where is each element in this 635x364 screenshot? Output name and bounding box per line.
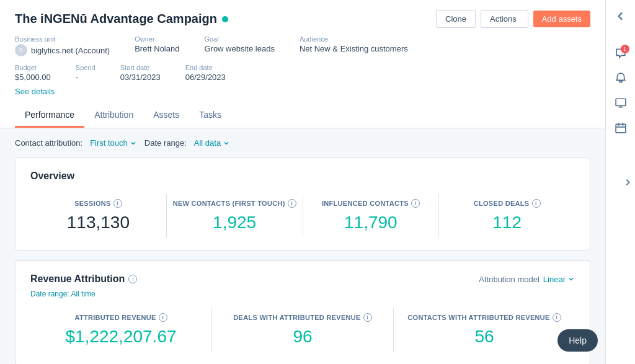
overview-card: Overview SESSIONS i 113,130 NEW CONTACTS… [15, 158, 590, 251]
deals-attributed-label: DEALS WITH ATTRIBUTED REVENUE i [212, 313, 393, 322]
contact-attribution-value: First touch [90, 138, 128, 148]
closed-deals-label: CLOSED DEALS i [439, 199, 575, 208]
tab-tasks[interactable]: Tasks [189, 104, 231, 128]
goal-label: Goal [204, 35, 274, 43]
content-area: Contact attribution: First touch Date ra… [0, 128, 605, 364]
contacts-attributed-label: CONTACTS WITH ATTRIBUTED REVENUE i [394, 313, 575, 322]
contact-attribution-dropdown[interactable]: First touch [90, 138, 137, 148]
contacts-attributed-value: 56 [394, 327, 575, 347]
tab-attribution[interactable]: Attribution [84, 104, 143, 128]
help-button[interactable]: Help [557, 329, 598, 352]
revenue-stats-row: ATTRIBUTED REVENUE i $1,222,207.67 DEALS… [30, 308, 575, 352]
start-date-label: Start date [120, 64, 161, 71]
audience-label: Audience [300, 35, 408, 43]
closed-deals-value: 112 [439, 213, 575, 233]
clone-button[interactable]: Clone [436, 10, 476, 28]
budget-value: $5,000.00 [15, 73, 51, 82]
campaign-title: The iNGENū Advantage Campaign [15, 12, 228, 26]
sessions-value: 113,130 [30, 213, 166, 233]
revenue-title-row: Revenue Attribution i [30, 273, 137, 285]
date-range-value: All data [194, 138, 221, 148]
new-contacts-value: 1,925 [167, 213, 303, 233]
spend-value: - [76, 73, 95, 82]
sessions-info-icon[interactable]: i [113, 199, 122, 208]
monitor-icon [615, 97, 626, 109]
revenue-attribution-info-icon[interactable]: i [128, 275, 137, 283]
attribution-model: Attribution model Linear [479, 275, 575, 284]
contact-attribution-label: Contact attribution: [15, 138, 82, 148]
revenue-attribution-title: Revenue Attribution [30, 273, 125, 285]
calendar-icon [615, 122, 626, 133]
actions-button[interactable]: Actions [481, 10, 528, 28]
avatar: B [15, 44, 27, 56]
date-range-chevron-icon [223, 140, 230, 147]
date-range-label: Date range: [144, 138, 187, 148]
new-contacts-stat: NEW CONTACTS (FIRST TOUCH) i 1,925 [167, 194, 303, 237]
owner-item: Owner Brett Noland [135, 35, 179, 56]
audience-value: Net New & Existing customers [300, 44, 408, 53]
budget-row: Budget $5,000.00 Spend - Start date 03/3… [15, 64, 590, 82]
overview-stats-row: SESSIONS i 113,130 NEW CONTACTS (FIRST T… [30, 194, 575, 237]
new-contacts-label: NEW CONTACTS (FIRST TOUCH) i [167, 199, 303, 208]
tab-assets[interactable]: Assets [143, 104, 189, 128]
deals-attributed-info-icon[interactable]: i [363, 313, 372, 322]
start-date-item: Start date 03/31/2023 [120, 64, 161, 82]
attribution-model-value: Linear [543, 275, 566, 284]
notifications-icon-button[interactable] [610, 67, 632, 89]
actions-label: Actions [490, 14, 517, 24]
owner-value: Brett Noland [135, 44, 179, 53]
closed-deals-info-icon[interactable]: i [532, 199, 541, 208]
sessions-stat: SESSIONS i 113,130 [30, 194, 167, 237]
add-assets-button[interactable]: Add assets [533, 11, 590, 27]
chat-badge: 1 [621, 45, 629, 53]
attributed-revenue-info-icon[interactable]: i [159, 313, 167, 322]
deals-attributed-stat: DEALS WITH ATTRIBUTED REVENUE i 96 [212, 308, 394, 352]
end-date-item: End date 06/29/2023 [185, 64, 226, 82]
revenue-attribution-card: Revenue Attribution i Attribution model … [15, 260, 590, 364]
date-range-dropdown[interactable]: All data [194, 138, 230, 148]
goal-item: Goal Grow website leads [204, 35, 274, 56]
tabs-bar: Performance Attribution Assets Tasks [15, 104, 590, 128]
attributed-revenue-value: $1,222,207.67 [30, 327, 211, 347]
attribution-model-dropdown[interactable]: Linear [543, 275, 575, 284]
goal-value: Grow website leads [204, 44, 274, 53]
attributed-revenue-label: ATTRIBUTED REVENUE i [30, 313, 211, 322]
revenue-card-header: Revenue Attribution i Attribution model … [30, 273, 575, 285]
budget-label: Budget [15, 64, 51, 71]
new-contacts-info-icon[interactable]: i [288, 199, 296, 208]
next-panel-button[interactable] [620, 175, 635, 190]
end-date-value: 06/29/2023 [185, 73, 226, 82]
contacts-attributed-stat: CONTACTS WITH ATTRIBUTED REVENUE i 56 [394, 308, 575, 352]
svg-rect-1 [616, 124, 626, 133]
calendar-icon-button[interactable] [610, 117, 632, 139]
status-dot [222, 16, 228, 22]
page-header: The iNGENū Advantage Campaign Clone Acti… [0, 0, 605, 128]
chat-icon-button[interactable]: 1 [610, 42, 632, 64]
spend-item: Spend - [76, 64, 95, 82]
influenced-contacts-label: INFLUENCED CONTACTS i [303, 199, 439, 208]
collapse-sidebar-button[interactable] [610, 5, 632, 27]
influenced-contacts-stat: INFLUENCED CONTACTS i 11,790 [303, 194, 440, 237]
end-date-label: End date [185, 64, 226, 71]
overview-title: Overview [30, 171, 575, 182]
campaign-title-text: The iNGENū Advantage Campaign [15, 12, 217, 26]
spend-label: Spend [76, 64, 95, 71]
header-actions: Clone Actions Add assets [436, 10, 590, 28]
attribution-model-label: Attribution model [479, 275, 540, 284]
chevron-right-icon [623, 178, 632, 187]
tab-performance[interactable]: Performance [15, 104, 84, 128]
monitor-icon-button[interactable] [610, 92, 632, 114]
business-unit-item: Business unit B biglytics.net (Account) [15, 35, 110, 56]
see-details-link[interactable]: See details [15, 87, 55, 96]
contacts-attributed-info-icon[interactable]: i [553, 313, 561, 322]
audience-item: Audience Net New & Existing customers [300, 35, 408, 56]
header-top: The iNGENū Advantage Campaign Clone Acti… [15, 10, 590, 28]
influenced-contacts-info-icon[interactable]: i [411, 199, 420, 208]
revenue-date-range: Date range: All time [30, 290, 575, 298]
sessions-label: SESSIONS i [30, 199, 166, 208]
business-unit-value: B biglytics.net (Account) [15, 44, 110, 56]
svg-rect-0 [616, 99, 626, 105]
budget-item: Budget $5,000.00 [15, 64, 51, 82]
attribution-model-chevron-icon [567, 275, 575, 283]
chevron-left-icon [615, 11, 626, 22]
